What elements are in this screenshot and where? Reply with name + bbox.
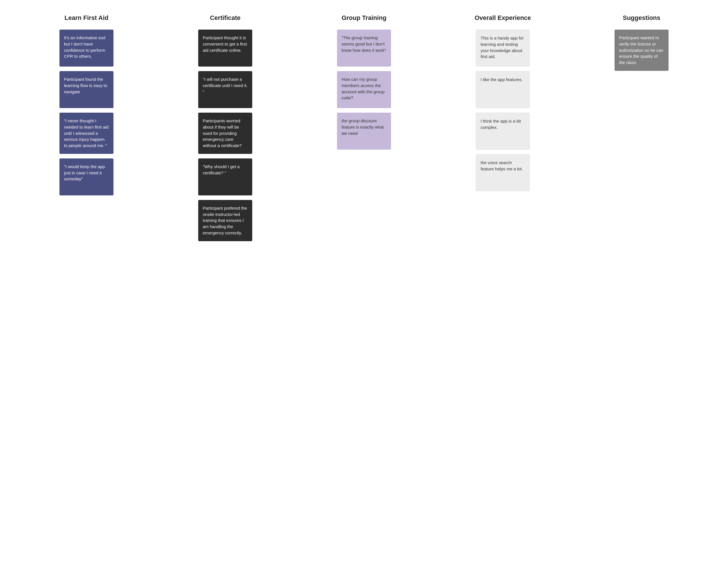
card-gt-3: the group discount feature is exactly wh… <box>337 112 391 150</box>
card-cert-1: Participant thought it is convenient to … <box>198 30 252 67</box>
column-group-training: Group Training"The group training seems … <box>295 11 433 241</box>
card-oe-3: I think the app is a bit complex. <box>476 112 530 150</box>
card-oe-1: This is a handy app for learning and tes… <box>476 30 530 67</box>
card-text-gt-2: How can my group members access the acco… <box>341 76 387 101</box>
card-lfa-1: It's an informative tool but I don't hav… <box>59 30 113 67</box>
card-lfa-2: Participant found the learning flow is e… <box>59 71 113 108</box>
card-text-cert-1: Participant thought it is convenient to … <box>203 35 248 53</box>
cards-container-suggestions: Participant wanted to verify the license… <box>576 30 707 71</box>
column-header-suggestions: Suggestions <box>576 11 707 30</box>
affinity-board: Learn First AidIt's an informative tool … <box>17 11 711 241</box>
card-lfa-3: "I never thought I needed to learn first… <box>59 112 113 154</box>
card-oe-4: the voice search feature helps me a lot. <box>476 154 530 191</box>
card-text-oe-4: the voice search feature helps me a lot. <box>480 159 525 172</box>
card-cert-2: "I will not purchase a certificate until… <box>198 71 252 108</box>
card-text-cert-3: Participants worried about if they will … <box>203 118 248 149</box>
column-overall-experience: Overall ExperienceThis is a handy app fo… <box>433 11 572 241</box>
card-cert-5: Participant prefered the onsite instruct… <box>198 200 252 241</box>
card-sug-1: Participant wanted to verify the license… <box>615 30 669 71</box>
card-gt-1: "The group training seems good but I don… <box>337 30 391 67</box>
cards-container-group-training: "The group training seems good but I don… <box>298 30 430 150</box>
card-cert-4: "Why should I get a certificate? " <box>198 158 252 195</box>
card-text-oe-3: I think the app is a bit complex. <box>480 118 525 130</box>
card-gt-2: How can my group members access the acco… <box>337 71 391 108</box>
cards-container-learn-first-aid: It's an informative tool but I don't hav… <box>21 30 152 195</box>
card-text-oe-1: This is a handy app for learning and tes… <box>480 35 525 60</box>
column-suggestions: SuggestionsParticipant wanted to verify … <box>572 11 711 241</box>
card-text-gt-3: the group discount feature is exactly wh… <box>341 118 387 136</box>
cards-container-certificate: Participant thought it is convenient to … <box>159 30 291 241</box>
card-text-lfa-3: "I never thought I needed to learn first… <box>64 118 109 149</box>
column-header-certificate: Certificate <box>159 11 291 30</box>
column-learn-first-aid: Learn First AidIt's an informative tool … <box>17 11 156 241</box>
card-lfa-4: "I would keep the app just in case I nee… <box>59 158 113 195</box>
card-text-lfa-4: "I would keep the app just in case I nee… <box>64 164 109 182</box>
cards-container-overall-experience: This is a handy app for learning and tes… <box>437 30 569 191</box>
card-text-sug-1: Participant wanted to verify the license… <box>619 35 664 66</box>
card-text-cert-4: "Why should I get a certificate? " <box>203 164 248 176</box>
card-text-cert-2: "I will not purchase a certificate until… <box>203 76 248 95</box>
card-text-lfa-2: Participant found the learning flow is e… <box>64 76 109 95</box>
card-text-lfa-1: It's an informative tool but I don't hav… <box>64 35 109 59</box>
column-header-group-training: Group Training <box>298 11 430 30</box>
card-text-gt-1: "The group training seems good but I don… <box>341 35 387 53</box>
card-cert-3: Participants worried about if they will … <box>198 112 252 154</box>
column-header-overall-experience: Overall Experience <box>437 11 569 30</box>
column-certificate: CertificateParticipant thought it is con… <box>156 11 295 241</box>
column-header-learn-first-aid: Learn First Aid <box>21 11 152 30</box>
card-text-oe-2: I like the app features. <box>480 77 523 83</box>
card-oe-2: I like the app features. <box>476 71 530 108</box>
card-text-cert-5: Participant prefered the onsite instruct… <box>203 205 248 236</box>
